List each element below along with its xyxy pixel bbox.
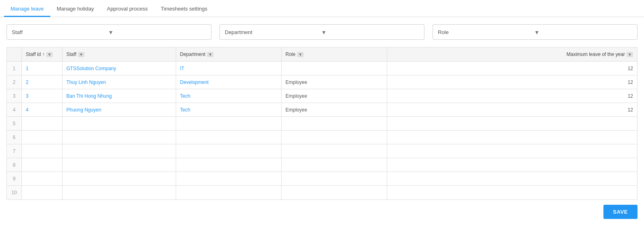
cell-staff-id [22, 172, 62, 186]
cell-row-num: 10 [7, 186, 22, 199]
department-filter[interactable]: Department ▾ [220, 24, 424, 40]
footer: SAVE [0, 200, 644, 224]
cell-staff-id [22, 186, 62, 199]
cell-max-leave [387, 158, 637, 172]
cell-staff-name [62, 144, 176, 158]
cell-role [281, 144, 387, 158]
staff-filter-icon[interactable]: ▼ [78, 52, 84, 57]
th-staff: Staff ▼ [62, 47, 176, 62]
cell-max-leave [387, 172, 637, 186]
department-filter-icon[interactable]: ▼ [207, 52, 213, 57]
tab-manage-holiday[interactable]: Manage holiday [50, 0, 101, 17]
cell-staff-name [62, 131, 176, 144]
department-filter-arrow-icon: ▾ [322, 28, 420, 36]
cell-staff-id: 4 [22, 103, 62, 117]
department-link[interactable]: IT [180, 66, 185, 71]
table-row: 5 [7, 117, 637, 131]
cell-max-leave [387, 117, 637, 131]
cell-role [281, 158, 387, 172]
cell-department [176, 186, 281, 199]
cell-staff-name [62, 186, 176, 199]
table-row: 10 [7, 186, 637, 199]
cell-department [176, 172, 281, 186]
cell-staff-id: 3 [22, 89, 62, 103]
staff-id-link[interactable]: 1 [26, 66, 29, 71]
staff-filter[interactable]: Staff ▾ [6, 24, 211, 40]
cell-role: Employee [281, 103, 387, 117]
table-row: 22Thuy Linh NguyenDevelopmentEmployee12 [7, 75, 637, 89]
th-staff-id: Staff id ↑ ▼ [22, 47, 62, 62]
cell-staff-id: 2 [22, 75, 62, 89]
department-link[interactable]: Tech [180, 93, 190, 99]
max-leave-filter-icon[interactable]: ▼ [627, 52, 633, 57]
cell-row-num: 2 [7, 75, 22, 89]
role-filter-icon[interactable]: ▼ [297, 52, 304, 57]
cell-row-num: 1 [7, 62, 22, 75]
table-header-row: Staff id ↑ ▼ Staff ▼ Department ▼ [7, 47, 637, 62]
department-link[interactable]: Tech [180, 107, 190, 113]
cell-role [281, 131, 387, 144]
tab-approval-process[interactable]: Approval process [100, 0, 154, 17]
cell-department: Development [176, 75, 281, 89]
th-role: Role ▼ [281, 47, 387, 62]
save-button[interactable]: SAVE [603, 205, 638, 219]
table-row: 44Phuong NguyenTechEmployee12 [7, 103, 637, 117]
department-link[interactable]: Development [180, 79, 209, 85]
cell-max-leave [387, 131, 637, 144]
cell-row-num: 8 [7, 158, 22, 172]
cell-row-num: 7 [7, 144, 22, 158]
staff-name-link[interactable]: Thuy Linh Nguyen [67, 79, 106, 85]
cell-staff-name [62, 172, 176, 186]
table-row: 8 [7, 158, 637, 172]
cell-role [281, 117, 387, 131]
cell-row-num: 9 [7, 172, 22, 186]
staff-name-link[interactable]: GTSSolution Company [67, 66, 116, 71]
tab-timesheets-settings[interactable]: Timesheets settings [154, 0, 214, 17]
staff-id-filter-icon[interactable]: ▼ [46, 52, 53, 57]
table-row: 33Ban Thi Hong NhungTechEmployee12 [7, 89, 637, 103]
cell-max-leave [387, 186, 637, 199]
tab-manage-leave[interactable]: Manage leave [4, 0, 50, 17]
staff-name-link[interactable]: Ban Thi Hong Nhung [67, 93, 112, 99]
cell-row-num: 5 [7, 117, 22, 131]
cell-max-leave: 12 [387, 62, 637, 75]
cell-role [281, 186, 387, 199]
cell-role [281, 172, 387, 186]
cell-row-num: 3 [7, 89, 22, 103]
cell-department [176, 144, 281, 158]
staff-id-link[interactable]: 3 [26, 93, 29, 99]
cell-staff-id [22, 117, 62, 131]
cell-staff-id [22, 158, 62, 172]
role-filter[interactable]: Role ▾ [433, 24, 638, 40]
cell-department [176, 117, 281, 131]
cell-staff-id: 1 [22, 62, 62, 75]
cell-department: Tech [176, 103, 281, 117]
cell-max-leave [387, 144, 637, 158]
cell-staff-name: Thuy Linh Nguyen [62, 75, 176, 89]
cell-staff-name: Phuong Nguyen [62, 103, 176, 117]
cell-role: Employee [281, 89, 387, 103]
cell-max-leave: 12 [387, 75, 637, 89]
cell-role: Employee [281, 75, 387, 89]
th-rownum [7, 47, 22, 62]
table-row: 11GTSSolution CompanyIT12 [7, 62, 637, 75]
cell-max-leave: 12 [387, 89, 637, 103]
cell-role [281, 62, 387, 75]
tab-bar: Manage leave Manage holiday Approval pro… [0, 0, 644, 17]
role-filter-arrow-icon: ▾ [535, 28, 633, 36]
table-row: 7 [7, 144, 637, 158]
cell-staff-id [22, 144, 62, 158]
staff-name-link[interactable]: Phuong Nguyen [67, 107, 101, 113]
cell-staff-name [62, 117, 176, 131]
table-row: 6 [7, 131, 637, 144]
filter-bar: Staff ▾ Department ▾ Role ▾ [0, 17, 644, 47]
staff-filter-arrow-icon: ▾ [109, 28, 207, 36]
cell-department [176, 158, 281, 172]
cell-staff-name [62, 158, 176, 172]
staff-id-link[interactable]: 4 [26, 107, 29, 113]
cell-department [176, 131, 281, 144]
cell-row-num: 6 [7, 131, 22, 144]
staff-id-link[interactable]: 2 [26, 79, 29, 85]
data-table: Staff id ↑ ▼ Staff ▼ Department ▼ [6, 47, 638, 200]
cell-staff-id [22, 131, 62, 144]
